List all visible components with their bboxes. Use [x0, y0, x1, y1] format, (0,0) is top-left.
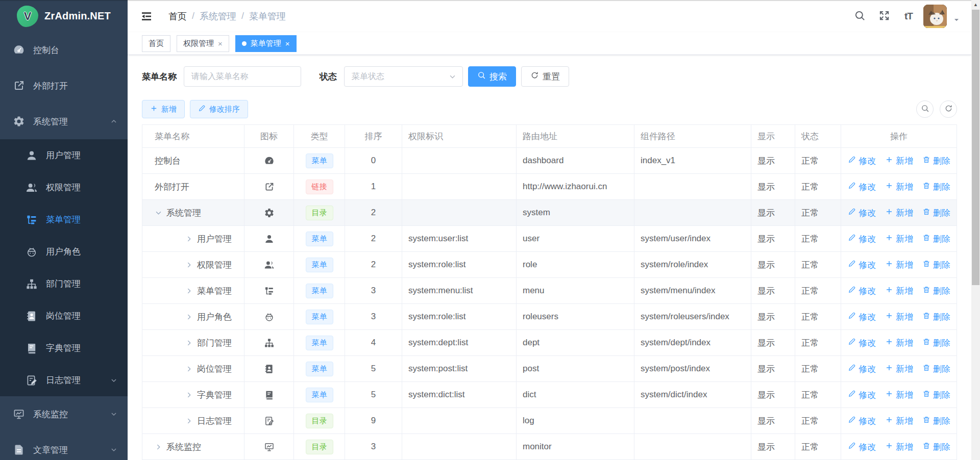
add-link[interactable]: 新增: [885, 311, 913, 323]
edit-link[interactable]: 修改: [848, 415, 876, 427]
sidebar-item-文章管理[interactable]: 文章管理: [0, 432, 128, 460]
sidebar-item-菜单管理[interactable]: 菜单管理: [0, 203, 128, 236]
table-row-系统监控[interactable]: 系统监控目录3monitor显示正常修改新增删除: [142, 434, 957, 460]
edit-link[interactable]: 修改: [848, 155, 876, 167]
table-row-用户角色[interactable]: 用户角色菜单3system:role:listroleuserssystem/r…: [142, 304, 957, 330]
search-button[interactable]: [850, 6, 869, 27]
scrollbar-thumb[interactable]: [972, 10, 979, 285]
sidebar-item-部门管理[interactable]: 部门管理: [0, 268, 128, 300]
add-link[interactable]: 新增: [885, 259, 913, 271]
delete-link[interactable]: 删除: [922, 285, 950, 297]
action-label: 新增: [896, 389, 913, 401]
table-row-权限管理[interactable]: 权限管理菜单2system:role:listrolesystem/role/i…: [142, 252, 957, 278]
sidebar-item-字典管理[interactable]: 字典管理: [0, 332, 128, 364]
delete-link[interactable]: 删除: [922, 337, 950, 349]
delete-link[interactable]: 删除: [922, 363, 950, 375]
brand[interactable]: V ZrAdmin.NET: [0, 0, 128, 32]
edit-link[interactable]: 修改: [848, 285, 876, 297]
sidebar-item-岗位管理[interactable]: 岗位管理: [0, 300, 128, 332]
sidebar-item-系统监控[interactable]: 系统监控: [0, 396, 128, 432]
delete-link[interactable]: 删除: [922, 311, 950, 323]
table-row-系统管理[interactable]: 系统管理目录2system显示正常修改新增删除: [142, 200, 957, 226]
chevron-right-icon[interactable]: [185, 287, 193, 295]
table-row-控制台[interactable]: 控制台菜单0dashboardindex_v1显示正常修改新增删除: [142, 148, 957, 174]
add-link[interactable]: 新增: [885, 363, 913, 375]
tab-首页[interactable]: 首页: [142, 35, 170, 52]
edit-link[interactable]: 修改: [848, 337, 876, 349]
toggle-search-button[interactable]: [916, 100, 934, 118]
table-row-部门管理[interactable]: 部门管理菜单4system:dept:listdeptsystem/dept/i…: [142, 330, 957, 356]
chevron-right-icon[interactable]: [155, 443, 162, 451]
delete-link[interactable]: 删除: [922, 259, 950, 271]
delete-link[interactable]: 删除: [922, 181, 950, 193]
table-row-用户管理[interactable]: 用户管理菜单2system:user:listusersystem/user/i…: [142, 226, 957, 252]
caret-down-icon[interactable]: [953, 16, 960, 23]
delete-link[interactable]: 删除: [922, 155, 950, 167]
delete-link[interactable]: 删除: [922, 233, 950, 245]
add-link[interactable]: 新增: [885, 155, 913, 167]
chevron-down-icon[interactable]: [155, 209, 162, 217]
edit-link[interactable]: 修改: [848, 259, 876, 271]
delete-link[interactable]: 删除: [922, 207, 950, 219]
edit-link[interactable]: 修改: [848, 441, 876, 453]
menu-name-input[interactable]: [184, 66, 301, 87]
table-row-菜单管理[interactable]: 菜单管理菜单3system:menu:listmenusystem/menu/i…: [142, 278, 957, 304]
cell-visible: 显示: [751, 174, 795, 200]
edit-link[interactable]: 修改: [848, 207, 876, 219]
fullscreen-button[interactable]: [874, 6, 894, 27]
chevron-right-icon[interactable]: [185, 339, 193, 347]
table-row-外部打开[interactable]: 外部打开链接1http://www.izhaorui.cn显示正常修改新增删除: [142, 174, 957, 200]
edit-link[interactable]: 修改: [848, 233, 876, 245]
user-avatar[interactable]: [923, 5, 947, 28]
add-link[interactable]: 新增: [885, 337, 913, 349]
add-link[interactable]: 新增: [885, 207, 913, 219]
font-size-button[interactable]: tT: [899, 6, 918, 27]
add-button[interactable]: 新增: [142, 100, 185, 118]
add-link[interactable]: 新增: [885, 441, 913, 453]
sidebar-item-外部打开[interactable]: 外部打开: [0, 68, 128, 104]
fullscreen-icon: [878, 10, 890, 23]
scrollbar-up-arrow-icon[interactable]: ▲: [971, 0, 980, 9]
edit-link[interactable]: 修改: [848, 363, 876, 375]
column-header-菜单名称: 菜单名称: [142, 125, 244, 148]
add-link[interactable]: 新增: [885, 285, 913, 297]
sidebar-item-用户角色[interactable]: 用户角色: [0, 236, 128, 268]
edit-link[interactable]: 修改: [848, 181, 876, 193]
add-link[interactable]: 新增: [885, 389, 913, 401]
add-link[interactable]: 新增: [885, 415, 913, 427]
sidebar-item-权限管理[interactable]: 权限管理: [0, 171, 128, 203]
search-button[interactable]: 搜索: [468, 66, 516, 87]
table-row-字典管理[interactable]: 字典管理菜单5system:dict:listdictsystem/dict/i…: [142, 382, 957, 408]
add-link[interactable]: 新增: [885, 181, 913, 193]
delete-link[interactable]: 删除: [922, 389, 950, 401]
menu-status-select[interactable]: 菜单状态: [344, 66, 463, 87]
sidebar-item-控制台[interactable]: 控制台: [0, 32, 128, 68]
change-sort-button[interactable]: 修改排序: [190, 100, 248, 118]
sidebar-item-用户管理[interactable]: 用户管理: [0, 139, 128, 171]
sidebar-collapse-icon[interactable]: [140, 10, 153, 22]
sidebar-item-日志管理[interactable]: 日志管理: [0, 364, 128, 396]
tab-close-icon[interactable]: ×: [218, 40, 223, 47]
chevron-right-icon[interactable]: [185, 417, 193, 425]
reset-button[interactable]: 重置: [521, 66, 569, 87]
add-link[interactable]: 新增: [885, 233, 913, 245]
refresh-table-button[interactable]: [940, 100, 957, 118]
tab-close-icon[interactable]: ×: [285, 40, 290, 47]
edit-link[interactable]: 修改: [848, 311, 876, 323]
table-row-岗位管理[interactable]: 岗位管理菜单5system:post:listpostsystem/post/i…: [142, 356, 957, 382]
delete-link[interactable]: 删除: [922, 415, 950, 427]
sidebar-item-系统管理[interactable]: 系统管理: [0, 104, 128, 139]
chevron-right-icon[interactable]: [185, 391, 193, 399]
vertical-scrollbar[interactable]: ▲: [971, 0, 980, 460]
chevron-right-icon[interactable]: [185, 235, 193, 243]
chevron-right-icon[interactable]: [185, 365, 193, 373]
delete-link[interactable]: 删除: [922, 441, 950, 453]
chevron-right-icon[interactable]: [185, 261, 193, 269]
table-row-日志管理[interactable]: 日志管理目录9log显示正常修改新增删除: [142, 408, 957, 434]
tab-权限管理[interactable]: 权限管理×: [177, 35, 229, 52]
cell-order: 2: [345, 252, 402, 278]
tab-菜单管理[interactable]: 菜单管理×: [235, 35, 297, 52]
edit-link[interactable]: 修改: [848, 389, 876, 401]
breadcrumb-item[interactable]: 首页: [168, 10, 187, 22]
chevron-right-icon[interactable]: [185, 313, 193, 321]
